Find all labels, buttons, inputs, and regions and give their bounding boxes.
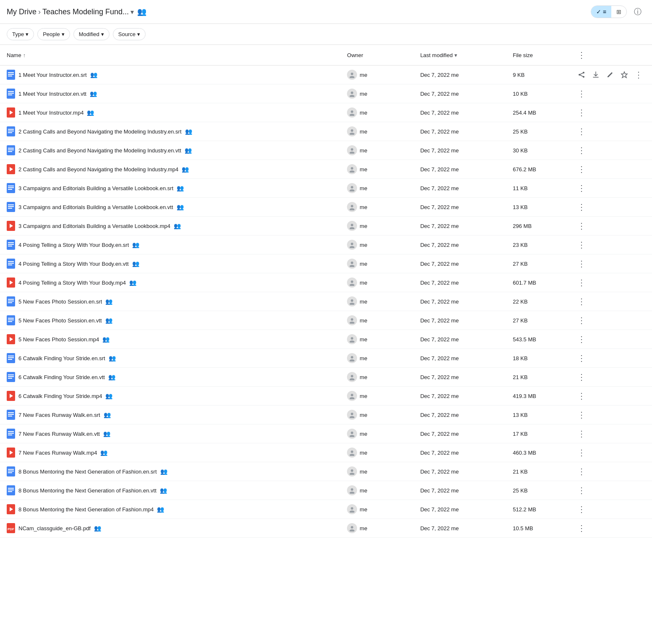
file-modified: Dec 7, 2022 me xyxy=(420,110,459,116)
file-name[interactable]: 8 Bonus Mentoring the Next Generation of… xyxy=(18,487,156,494)
more-options-button[interactable]: ⋮ xyxy=(575,200,588,214)
more-options-button[interactable]: ⋮ xyxy=(575,257,588,270)
more-options-button[interactable]: ⋮ xyxy=(575,427,588,440)
more-options-button[interactable]: ⋮ xyxy=(575,125,588,138)
more-options-button[interactable]: ⋮ xyxy=(575,87,588,100)
file-name[interactable]: 1 Meet Your Instructor.en.srt xyxy=(18,72,87,78)
col-modified-header[interactable]: Last modified ▾ xyxy=(414,45,506,65)
table-row[interactable]: 8 Bonus Mentoring the Next Generation of… xyxy=(0,481,652,500)
breadcrumb: My Drive › Teaches Modeling Fund... ▾ 👥 xyxy=(7,7,587,16)
file-name[interactable]: 2 Casting Calls and Beyond Navigating th… xyxy=(18,147,181,154)
list-view-button[interactable]: ✓ ≡ xyxy=(591,6,611,18)
table-row[interactable]: 8 Bonus Mentoring the Next Generation of… xyxy=(0,462,652,481)
more-options-button[interactable]: ⋮ xyxy=(575,295,588,308)
file-modified-cell: Dec 7, 2022 me xyxy=(414,103,506,122)
file-name[interactable]: 1 Meet Your Instructor.mp4 xyxy=(18,110,83,116)
file-actions-cell: ⋮ xyxy=(568,330,652,349)
table-row[interactable]: 3 Campaigns and Editorials Building a Ve… xyxy=(0,217,652,236)
table-row[interactable]: 3 Campaigns and Editorials Building a Ve… xyxy=(0,198,652,217)
file-name[interactable]: 7 New Faces Runway Walk.mp4 xyxy=(18,450,97,456)
table-row[interactable]: 1 Meet Your Instructor.en.vtt 👥 me Dec 7… xyxy=(0,84,652,103)
more-options-button[interactable]: ⋮ xyxy=(575,370,588,384)
more-options-button[interactable]: ⋮ xyxy=(575,181,588,195)
col-name-header[interactable]: Name ↑ xyxy=(0,45,340,65)
more-options-button[interactable]: ⋮ xyxy=(575,465,588,478)
file-name[interactable]: 3 Campaigns and Editorials Building a Ve… xyxy=(18,223,170,229)
table-row[interactable]: 8 Bonus Mentoring the Next Generation of… xyxy=(0,500,652,519)
table-row[interactable]: 6 Catwalk Finding Your Stride.en.vtt 👥 m… xyxy=(0,368,652,387)
file-name[interactable]: 5 New Faces Photo Session.mp4 xyxy=(18,336,99,343)
table-row[interactable]: 5 New Faces Photo Session.mp4 👥 me Dec 7… xyxy=(0,330,652,349)
modified-filter-button[interactable]: Modified ▾ xyxy=(73,28,110,40)
file-name[interactable]: 7 New Faces Runway Walk.en.srt xyxy=(18,412,100,418)
chevron-down-icon[interactable]: ▾ xyxy=(130,8,134,16)
table-row[interactable]: 5 New Faces Photo Session.en.vtt 👥 me De… xyxy=(0,311,652,330)
source-filter-button[interactable]: Source ▾ xyxy=(113,28,146,40)
table-row[interactable]: 3 Campaigns and Editorials Building a Ve… xyxy=(0,179,652,198)
share-button[interactable] xyxy=(575,68,588,81)
table-row[interactable]: 4 Posing Telling a Story With Your Body.… xyxy=(0,236,652,254)
file-name[interactable]: 3 Campaigns and Editorials Building a Ve… xyxy=(18,185,173,191)
table-row[interactable]: 5 New Faces Photo Session.en.srt 👥 me De… xyxy=(0,292,652,311)
table-row[interactable]: 1 Meet Your Instructor.en.srt 👥 me Dec 7… xyxy=(0,65,652,84)
table-row[interactable]: 6 Catwalk Finding Your Stride.mp4 👥 me D… xyxy=(0,387,652,406)
grid-view-button[interactable]: ⊞ xyxy=(611,6,626,18)
file-name[interactable]: 6 Catwalk Finding Your Stride.en.srt xyxy=(18,355,105,361)
file-name[interactable]: 2 Casting Calls and Beyond Navigating th… xyxy=(18,128,182,135)
table-row[interactable]: 2 Casting Calls and Beyond Navigating th… xyxy=(0,160,652,179)
file-name[interactable]: NCam_classguide_en-GB.pdf xyxy=(18,525,91,531)
more-options-button[interactable]: ⋮ xyxy=(575,503,588,516)
more-options-button[interactable]: ⋮ xyxy=(575,389,588,403)
table-row[interactable]: 2 Casting Calls and Beyond Navigating th… xyxy=(0,141,652,160)
rename-button[interactable] xyxy=(603,68,617,81)
more-options-button[interactable]: ⋮ xyxy=(575,314,588,327)
table-row[interactable]: 4 Posing Telling a Story With Your Body.… xyxy=(0,273,652,292)
info-button[interactable]: ⓘ xyxy=(630,4,645,19)
table-row[interactable]: 7 New Faces Runway Walk.mp4 👥 me Dec 7, … xyxy=(0,443,652,462)
more-options-button[interactable]: ⋮ xyxy=(575,276,588,289)
more-options-button[interactable]: ⋮ xyxy=(575,484,588,497)
star-button[interactable] xyxy=(618,68,631,81)
svg-point-69 xyxy=(349,284,355,286)
svg-point-97 xyxy=(349,378,355,380)
shared-icon: 👥 xyxy=(132,241,139,248)
table-row[interactable]: 6 Catwalk Finding Your Stride.en.srt 👥 m… xyxy=(0,349,652,368)
more-options-button[interactable]: ⋮ xyxy=(575,332,588,346)
file-name[interactable]: 8 Bonus Mentoring the Next Generation of… xyxy=(18,469,157,475)
table-row[interactable]: PDF NCam_classguide_en-GB.pdf 👥 me Dec 7… xyxy=(0,519,652,538)
table-row[interactable]: 4 Posing Telling a Story With Your Body.… xyxy=(0,254,652,273)
file-name[interactable]: 3 Campaigns and Editorials Building a Ve… xyxy=(18,204,173,210)
more-options-button[interactable]: ⋮ xyxy=(632,68,645,81)
more-options-button[interactable]: ⋮ xyxy=(575,162,588,176)
breadcrumb-current-label[interactable]: Teaches Modeling Fund... xyxy=(42,8,129,16)
type-filter-button[interactable]: Type ▾ xyxy=(7,28,34,40)
table-row[interactable]: 7 New Faces Runway Walk.en.vtt 👥 me Dec … xyxy=(0,424,652,443)
more-options-button[interactable]: ⋮ xyxy=(575,238,588,251)
more-options-button[interactable]: ⋮ xyxy=(575,446,588,459)
file-name[interactable]: 5 New Faces Photo Session.en.srt xyxy=(18,298,102,305)
people-filter-button[interactable]: People ▾ xyxy=(37,28,70,40)
header-more-button[interactable]: ⋮ xyxy=(575,48,588,62)
table-row[interactable]: 7 New Faces Runway Walk.en.srt 👥 me Dec … xyxy=(0,406,652,424)
file-name[interactable]: 2 Casting Calls and Beyond Navigating th… xyxy=(18,166,178,173)
more-options-button[interactable]: ⋮ xyxy=(575,144,588,157)
file-name[interactable]: 6 Catwalk Finding Your Stride.en.vtt xyxy=(18,374,105,380)
download-button[interactable] xyxy=(589,68,602,81)
file-name[interactable]: 5 New Faces Photo Session.en.vtt xyxy=(18,317,102,324)
file-name[interactable]: 1 Meet Your Instructor.en.vtt xyxy=(18,91,86,97)
file-name[interactable]: 4 Posing Telling a Story With Your Body.… xyxy=(18,242,129,248)
file-name[interactable]: 7 New Faces Runway Walk.en.vtt xyxy=(18,431,100,437)
breadcrumb-root[interactable]: My Drive xyxy=(7,8,37,16)
file-name[interactable]: 6 Catwalk Finding Your Stride.mp4 xyxy=(18,393,102,399)
more-options-button[interactable]: ⋮ xyxy=(575,351,588,365)
more-options-button[interactable]: ⋮ xyxy=(575,219,588,233)
more-options-button[interactable]: ⋮ xyxy=(575,408,588,421)
table-row[interactable]: 1 Meet Your Instructor.mp4 👥 me Dec 7, 2… xyxy=(0,103,652,122)
file-name[interactable]: 4 Posing Telling a Story With Your Body.… xyxy=(18,280,126,286)
more-options-button[interactable]: ⋮ xyxy=(575,106,588,119)
file-name[interactable]: 8 Bonus Mentoring the Next Generation of… xyxy=(18,506,154,513)
more-options-button[interactable]: ⋮ xyxy=(575,521,588,535)
file-actions-cell: ⋮ xyxy=(568,368,652,387)
table-row[interactable]: 2 Casting Calls and Beyond Navigating th… xyxy=(0,122,652,141)
file-name[interactable]: 4 Posing Telling a Story With Your Body.… xyxy=(18,261,129,267)
